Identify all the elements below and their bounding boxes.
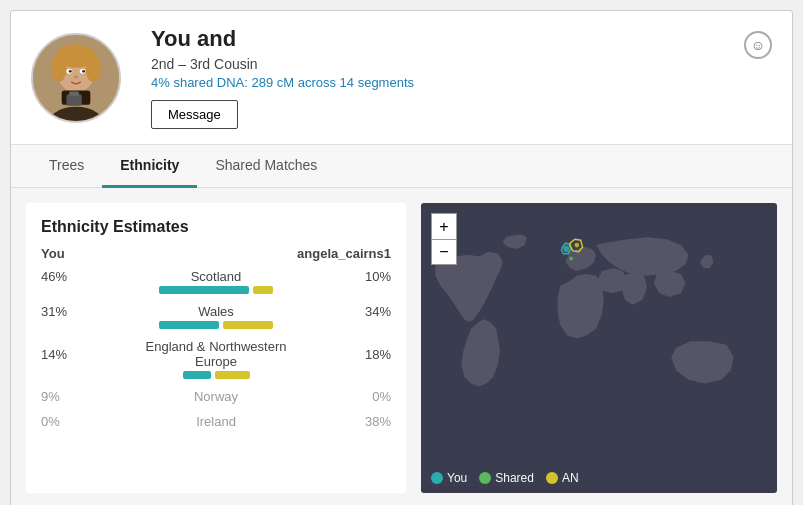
column-headers: You angela_cairns1 [41,246,391,261]
ethnicity-row-wales: 31% Wales 34% [41,304,391,329]
map-legend: You Shared AN [431,471,579,485]
bar-you-scotland [159,286,249,294]
shared-dna-link[interactable]: 4% shared DNA: 289 cM across 14 segments [151,75,772,90]
bar-other-wales [223,321,273,329]
header-section: You and 2nd – 3rd Cousin 4% shared DNA: … [11,11,792,145]
bar-you-england [183,371,211,379]
main-content: Ethnicity Estimates You angela_cairns1 4… [11,188,792,505]
world-map [421,203,777,493]
col-you: You [41,246,65,261]
legend-you-label: You [447,471,467,485]
col-other: angela_cairns1 [297,246,391,261]
legend-shared-dot [479,472,491,484]
svg-point-16 [563,246,569,252]
ethnicity-row-scotland: 46% Scotland 10% [41,269,391,294]
pct-you-norway: 9% [41,389,76,404]
cousin-label: 2nd – 3rd Cousin [151,56,772,72]
svg-rect-14 [69,91,79,96]
zoom-in-button[interactable]: + [431,213,457,239]
svg-point-5 [51,55,66,82]
svg-point-11 [74,75,78,78]
region-norway: Norway [76,389,356,404]
pct-you-england: 14% [41,347,76,362]
legend-an: AN [546,471,579,485]
region-england: England & Northwestern Europe [76,339,356,369]
svg-point-6 [86,55,101,82]
user-icon: ☺ [751,37,765,53]
pct-you-ireland: 0% [41,414,76,429]
legend-you-dot [431,472,443,484]
page-title: You and [151,26,772,52]
legend-an-label: AN [562,471,579,485]
pct-other-england: 18% [356,347,391,362]
profile-icon[interactable]: ☺ [744,31,772,59]
tab-trees[interactable]: Trees [31,145,102,188]
ethnicity-row-norway: 9% Norway 0% [41,389,391,404]
svg-point-9 [69,69,72,72]
map-controls: + − [431,213,457,265]
bar-you-wales [159,321,219,329]
pct-other-ireland: 38% [356,414,391,429]
pct-you-scotland: 46% [41,269,76,284]
tab-ethnicity[interactable]: Ethnicity [102,145,197,188]
ethnicity-row-england: 14% England & Northwestern Europe 18% [41,339,391,379]
tabs-bar: Trees Ethnicity Shared Matches [11,145,792,188]
region-ireland: Ireland [76,414,356,429]
zoom-out-button[interactable]: − [431,239,457,265]
region-scotland: Scotland [76,269,356,284]
header-info: You and 2nd – 3rd Cousin 4% shared DNA: … [151,26,772,129]
message-button[interactable]: Message [151,100,238,129]
bar-other-scotland [253,286,273,294]
svg-point-18 [569,257,573,261]
pct-other-wales: 34% [356,304,391,319]
legend-an-dot [546,472,558,484]
region-wales: Wales [76,304,356,319]
legend-shared-label: Shared [495,471,534,485]
legend-shared: Shared [479,471,534,485]
pct-other-scotland: 10% [356,269,391,284]
main-card: You and 2nd – 3rd Cousin 4% shared DNA: … [10,10,793,505]
bar-other-england [215,371,250,379]
pct-you-wales: 31% [41,304,76,319]
svg-point-17 [574,243,579,248]
svg-point-10 [82,69,85,72]
ethnicity-row-ireland: 0% Ireland 38% [41,414,391,429]
pct-other-norway: 0% [356,389,391,404]
map-panel: + − [421,203,777,493]
ethnicity-panel: Ethnicity Estimates You angela_cairns1 4… [26,203,406,493]
avatar [31,33,121,123]
legend-you: You [431,471,467,485]
tab-shared-matches[interactable]: Shared Matches [197,145,335,188]
ethnicity-title: Ethnicity Estimates [41,218,391,236]
